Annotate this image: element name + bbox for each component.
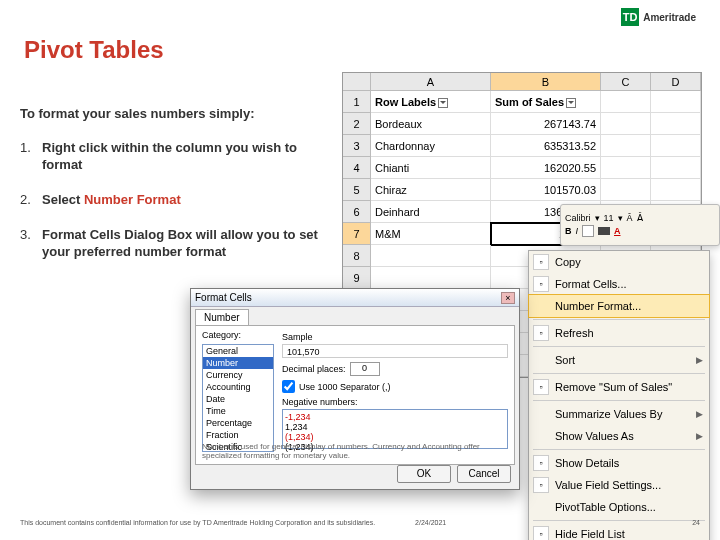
menu-item[interactable]: Show Values As▶ [529, 425, 709, 447]
menu-label: Show Values As [555, 430, 634, 442]
list-item[interactable]: Time [203, 405, 273, 417]
separator-label: Use 1000 Separator (,) [299, 382, 391, 392]
font-size[interactable]: 11 [604, 213, 614, 223]
table-row: 2Bordeaux267143.74 [343, 113, 701, 135]
menu-item[interactable]: PivotTable Options... [529, 496, 709, 518]
menu-item[interactable]: ▫Show Details [529, 452, 709, 474]
list-item[interactable]: General [203, 345, 273, 357]
cell[interactable]: Deinhard [371, 201, 491, 223]
cells-icon: ▫ [533, 276, 549, 292]
list-icon: ▫ [533, 526, 549, 540]
footer-date: 2/24/2021 [415, 519, 446, 526]
row-header[interactable]: 2 [343, 113, 371, 135]
ok-button[interactable]: OK [397, 465, 451, 483]
row-header[interactable]: 6 [343, 201, 371, 223]
menu-item[interactable]: ▫Format Cells... [529, 273, 709, 295]
list-item[interactable]: Fraction [203, 429, 273, 441]
cell[interactable] [601, 91, 651, 113]
cell[interactable] [651, 135, 701, 157]
menu-item[interactable]: ▫Value Field Settings... [529, 474, 709, 496]
list-item[interactable]: Date [203, 393, 273, 405]
menu-item[interactable]: ▫Copy [529, 251, 709, 273]
grow-font-icon[interactable]: Â [627, 213, 633, 223]
cell[interactable]: 635313.52 [491, 135, 601, 157]
step-text: Select Number Format [42, 192, 181, 209]
category-list[interactable]: GeneralNumberCurrencyAccountingDateTimeP… [202, 344, 274, 452]
menu-item[interactable]: Summarize Values By▶ [529, 403, 709, 425]
cell[interactable]: Chardonnay [371, 135, 491, 157]
decimal-places-input[interactable]: 0 [350, 362, 380, 376]
step-num: 3. [20, 227, 34, 261]
menu-label: Show Details [555, 457, 619, 469]
filter-dropdown-icon[interactable] [566, 98, 576, 108]
row-header[interactable]: 4 [343, 157, 371, 179]
select-all-corner[interactable] [343, 73, 371, 91]
cell[interactable] [601, 113, 651, 135]
list-item[interactable]: Number [203, 357, 273, 369]
cell[interactable]: Sum of Sales [491, 91, 601, 113]
font-name[interactable]: Calibri [565, 213, 591, 223]
cell[interactable] [601, 157, 651, 179]
row-header[interactable]: 8 [343, 245, 371, 267]
row-header[interactable]: 5 [343, 179, 371, 201]
col-header-b[interactable]: B [491, 73, 601, 91]
cell[interactable] [651, 91, 701, 113]
cell[interactable] [601, 135, 651, 157]
mini-toolbar[interactable]: Calibri▾ 11▾ Â Ǎ B I A [560, 204, 720, 246]
cell[interactable] [651, 179, 701, 201]
step-text-prefix: Select [42, 192, 84, 207]
menu-item[interactable]: Sort▶ [529, 349, 709, 371]
list-item[interactable]: 1,234 [285, 422, 505, 432]
row-header[interactable]: 3 [343, 135, 371, 157]
font-color-icon[interactable]: A [614, 226, 621, 236]
fill-color-icon[interactable] [598, 227, 610, 235]
cell[interactable] [371, 267, 491, 289]
bold-icon[interactable]: B [565, 226, 572, 236]
submenu-arrow-icon: ▶ [696, 431, 703, 441]
step-text: Format Cells Dialog Box will allow you t… [42, 227, 320, 261]
menu-item[interactable]: ▫Refresh [529, 322, 709, 344]
italic-icon[interactable]: I [576, 226, 579, 236]
category-label: Category: [202, 330, 241, 340]
cell[interactable] [371, 245, 491, 267]
cell[interactable]: 162020.55 [491, 157, 601, 179]
shrink-font-icon[interactable]: Ǎ [637, 213, 643, 223]
row-header[interactable]: 1 [343, 91, 371, 113]
brand-logo: TD Ameritrade [621, 8, 696, 26]
menu-item[interactable]: ▫Remove "Sum of Sales" [529, 376, 709, 398]
col-header-d[interactable]: D [651, 73, 701, 91]
separator [533, 400, 705, 401]
list-item[interactable]: (1,234) [285, 432, 505, 442]
page-title: Pivot Tables [24, 36, 164, 64]
cancel-button[interactable]: Cancel [457, 465, 511, 483]
list-item[interactable]: Percentage [203, 417, 273, 429]
menu-item[interactable]: Number Format... [529, 295, 709, 317]
filter-dropdown-icon[interactable] [438, 98, 448, 108]
cell[interactable] [601, 179, 651, 201]
dialog-body: Category: GeneralNumberCurrencyAccountin… [195, 325, 515, 465]
row-header[interactable]: 7 [343, 223, 371, 245]
step-list: 1. Right click within the column you wis… [20, 140, 320, 278]
cell[interactable]: Chiraz [371, 179, 491, 201]
row-header[interactable]: 9 [343, 267, 371, 289]
thousand-separator-checkbox[interactable] [282, 380, 295, 393]
list-item[interactable]: -1,234 [285, 412, 505, 422]
cell[interactable]: 101570.03 [491, 179, 601, 201]
close-icon[interactable]: × [501, 292, 515, 304]
separator [533, 449, 705, 450]
cell[interactable]: 267143.74 [491, 113, 601, 135]
cell[interactable]: Bordeaux [371, 113, 491, 135]
menu-label: Format Cells... [555, 278, 627, 290]
step-num: 2. [20, 192, 34, 209]
list-item[interactable]: Accounting [203, 381, 273, 393]
dialog-tab-number[interactable]: Number [195, 309, 249, 325]
cell[interactable] [651, 113, 701, 135]
col-header-c[interactable]: C [601, 73, 651, 91]
cell[interactable]: Chianti [371, 157, 491, 179]
cell[interactable] [651, 157, 701, 179]
list-item[interactable]: Currency [203, 369, 273, 381]
col-header-a[interactable]: A [371, 73, 491, 91]
border-icon[interactable] [582, 225, 594, 237]
cell[interactable]: M&M [371, 223, 491, 245]
cell[interactable]: Row Labels [371, 91, 491, 113]
